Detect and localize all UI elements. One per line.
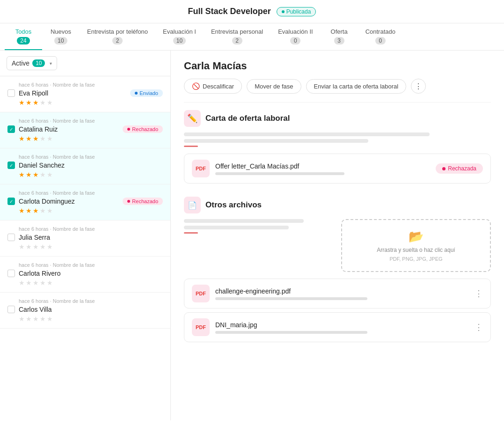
filter-label: Active: [12, 59, 29, 67]
filter-select[interactable]: Active 10 ▾: [7, 56, 57, 70]
other-files-grid: 📂 Arrastra y suelta o haz clic aquí PDF,…: [184, 219, 491, 272]
other-section-title: Otros archivos: [205, 200, 262, 210]
offer-skeleton-accent: [184, 146, 198, 147]
file-info: DNI_maria.jpg: [215, 321, 469, 334]
offer-file-info: Offer letter_Carla Macías.pdf: [215, 162, 430, 175]
tab-label: Evaluación II: [278, 28, 313, 35]
filter-count-badge: 10: [32, 59, 45, 67]
candidate-checkbox[interactable]: [7, 89, 15, 97]
move-phase-button[interactable]: Mover de fase: [247, 79, 301, 94]
file-menu-button[interactable]: ⋮: [475, 288, 483, 299]
candidate-item[interactable]: hace 6 horas · Nombre de la faseJulia Se…: [0, 220, 170, 257]
candidate-name: Catalina Ruiz: [19, 125, 58, 133]
disqualify-button[interactable]: 🚫 Descalificar: [184, 79, 242, 94]
other-files-section: 📄 Otros archivos 📂 Arrastra y suelta o h…: [184, 197, 491, 342]
candidate-name: Julia Serra: [19, 234, 50, 241]
app-header: Full Stack Developer Publicada: [0, 0, 504, 23]
candidate-checkbox[interactable]: [7, 306, 15, 313]
upload-icon: 📂: [409, 229, 424, 244]
candidate-meta: hace 6 horas · Nombre de la fase: [19, 82, 163, 88]
tab-count: 0: [290, 37, 300, 44]
candidate-stars: ★★★★★: [19, 207, 163, 214]
offer-file-name: Offer letter_Carla Macías.pdf: [215, 162, 430, 170]
tab-count: 24: [17, 37, 29, 44]
chevron-down-icon: ▾: [50, 61, 52, 66]
candidate-checkbox[interactable]: ✓: [7, 198, 15, 205]
status-badge: Rechazado: [123, 198, 163, 205]
tab-label: Todos: [15, 28, 32, 35]
filter-bar: Active 10 ▾: [0, 51, 170, 76]
offer-letter-section: ✏️ Carta de oferta laboral PDF Offer let…: [184, 110, 491, 184]
sidebar: Active 10 ▾ hace 6 horas · Nombre de la …: [0, 51, 171, 420]
tab-label: Entrevista personal: [211, 28, 263, 35]
candidate-item[interactable]: hace 6 horas · Nombre de la fase✓Catalin…: [0, 112, 170, 148]
offer-skeleton-2: [184, 139, 368, 143]
tab-count: 0: [375, 37, 386, 44]
candidate-item[interactable]: hace 6 horas · Nombre de la fase✓Carlota…: [0, 184, 170, 220]
status-dot: [442, 167, 446, 170]
detail-panel: Carla Macías 🚫 Descalificar Mover de fas…: [171, 51, 504, 420]
offer-section-icon: ✏️: [184, 110, 201, 127]
offer-file-sub: [215, 172, 344, 175]
candidate-item[interactable]: hace 6 horas · Nombre de la faseCarlos V…: [0, 293, 170, 329]
candidate-stars: ★★★★★: [19, 279, 163, 286]
file-icon: PDF: [192, 318, 210, 336]
other-files-left: [184, 219, 334, 272]
otros-skeleton-2: [184, 226, 289, 229]
candidates-list: hace 6 horas · Nombre de la faseEva Ripo…: [0, 76, 170, 329]
candidate-item[interactable]: hace 6 horas · Nombre de la faseEva Ripo…: [0, 76, 170, 112]
candidate-meta: hace 6 horas · Nombre de la fase: [19, 226, 163, 232]
offer-file-status: Rechazada: [436, 163, 483, 174]
upload-zone[interactable]: 📂 Arrastra y suelta o haz clic aquí PDF,…: [341, 219, 491, 272]
candidate-name: Carlos Villa: [19, 306, 52, 313]
send-offer-label: Enviar la carta de oferta laboral: [314, 83, 399, 90]
otros-skeleton-1: [184, 219, 304, 223]
candidate-item[interactable]: hace 6 horas · Nombre de la faseCarlota …: [0, 257, 170, 293]
tab-count: 2: [232, 37, 242, 44]
file-name: challenge-engineering.pdf: [215, 287, 469, 295]
tab-evaluación-ii[interactable]: Evaluación II0: [270, 23, 320, 50]
status-badge: Enviado: [130, 89, 163, 97]
upload-text: Arrastra y suelta o haz clic aquí: [377, 247, 455, 253]
action-buttons-row: 🚫 Descalificar Mover de fase Enviar la c…: [184, 79, 491, 94]
candidate-stars: ★★★★★: [19, 135, 163, 142]
tab-nuevos[interactable]: Nuevos10: [42, 23, 80, 50]
offer-skeleton-1: [184, 132, 430, 136]
candidate-stars: ★★★★★: [19, 99, 163, 106]
status-badge: Rechazado: [123, 125, 163, 133]
candidate-item[interactable]: hace 6 horas · Nombre de la fase✓Daniel …: [0, 148, 170, 184]
candidate-name: Carlota Rivero: [19, 270, 60, 277]
main-layout: Active 10 ▾ hace 6 horas · Nombre de la …: [0, 51, 504, 420]
candidate-checkbox[interactable]: ✓: [7, 125, 15, 133]
candidate-checkbox[interactable]: [7, 270, 15, 277]
candidate-stars: ★★★★★: [19, 315, 163, 323]
tab-contratado[interactable]: Contratado0: [358, 23, 403, 50]
tab-entrevista-por-teléfono[interactable]: Entrevista por teléfono2: [80, 23, 155, 50]
divider-1: [184, 102, 491, 103]
otros-skeleton-accent: [184, 232, 198, 234]
candidate-checkbox[interactable]: ✓: [7, 162, 15, 169]
tab-todos[interactable]: Todos24: [5, 23, 42, 50]
candidate-meta: hace 6 horas · Nombre de la fase: [19, 262, 163, 268]
candidate-meta: hace 6 horas · Nombre de la fase: [19, 118, 163, 124]
tab-count: 10: [54, 37, 67, 44]
candidate-name: Daniel Sanchez: [19, 162, 65, 169]
candidate-meta: hace 6 horas · Nombre de la fase: [19, 190, 163, 196]
file-menu-button[interactable]: ⋮: [475, 322, 483, 332]
tab-evaluación-i[interactable]: Evaluación I10: [155, 23, 204, 50]
other-section-header: 📄 Otros archivos: [184, 197, 491, 213]
offer-file-card: PDF Offer letter_Carla Macías.pdf Rechaz…: [184, 154, 491, 184]
offer-status-label: Rechazada: [448, 165, 476, 172]
published-dot: [282, 10, 285, 13]
other-section-icon: 📄: [184, 197, 201, 213]
offer-section-title: Carta de oferta laboral: [205, 114, 290, 123]
tab-oferta[interactable]: Oferta3: [321, 23, 358, 50]
send-offer-button[interactable]: Enviar la carta de oferta laboral: [306, 79, 407, 94]
tab-entrevista-personal[interactable]: Entrevista personal2: [204, 23, 270, 50]
other-files-list: PDFchallenge-engineering.pdf⋮PDFDNI_mari…: [184, 279, 491, 342]
candidate-meta: hace 6 horas · Nombre de la fase: [19, 298, 163, 304]
candidate-checkbox[interactable]: [7, 234, 15, 241]
tab-label: Nuevos: [51, 28, 71, 35]
candidate-header: Carla Macías 🚫 Descalificar Mover de fas…: [184, 60, 491, 94]
more-options-button[interactable]: ⋮: [411, 79, 426, 94]
